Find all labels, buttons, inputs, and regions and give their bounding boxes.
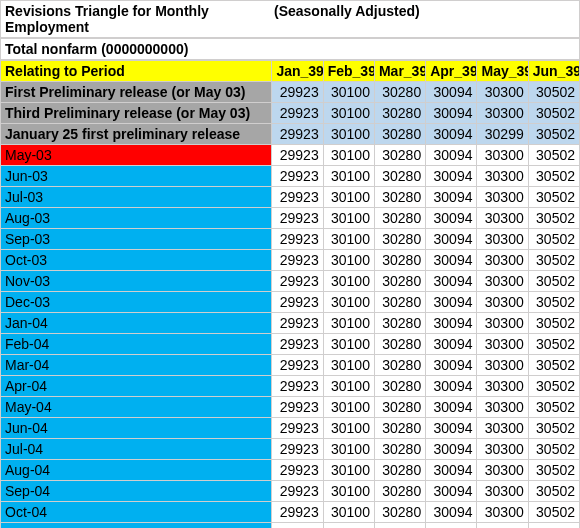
cell-val: 30094 xyxy=(426,208,477,229)
table-row: Jun-04299233010030280300943030030502 xyxy=(1,418,580,439)
cell-val: 30094 xyxy=(426,229,477,250)
cell-val: 30280 xyxy=(374,376,425,397)
period-label: Mar-04 xyxy=(1,355,272,376)
period-label: May-03 xyxy=(1,145,272,166)
period-label: May-04 xyxy=(1,397,272,418)
prelim-val: 30300 xyxy=(477,103,528,124)
prelim-val: 30094 xyxy=(426,124,477,145)
cell-val: 29923 xyxy=(272,418,323,439)
cell-val: 30100 xyxy=(323,334,374,355)
cell-val: 30300 xyxy=(477,229,528,250)
prelim-val: 30280 xyxy=(374,82,425,103)
table-row: Jul-03299233010030280300943030030502 xyxy=(1,187,580,208)
cell-val: 30280 xyxy=(374,292,425,313)
table-row: Oct-03299233010030280300943030030502 xyxy=(1,250,580,271)
header-col-0: Jan_39 xyxy=(272,61,323,82)
header-col-5: Jun_39 xyxy=(528,61,579,82)
cell-val: 30280 xyxy=(374,481,425,502)
cell-val: 29923 xyxy=(272,523,323,529)
cell-val: 30280 xyxy=(374,187,425,208)
cell-val: 30094 xyxy=(426,250,477,271)
prelim-val: 30502 xyxy=(528,82,579,103)
prelim-label: Third Preliminary release (or May 03) xyxy=(1,103,272,124)
cell-val: 30502 xyxy=(528,376,579,397)
header-col-3: Apr_39 xyxy=(426,61,477,82)
table-row: May-03299233010030280300943030030502 xyxy=(1,145,580,166)
cell-val: 30094 xyxy=(426,313,477,334)
cell-val: 30094 xyxy=(426,397,477,418)
cell-val: 29923 xyxy=(272,166,323,187)
period-label: Feb-04 xyxy=(1,334,272,355)
cell-val: 30502 xyxy=(528,250,579,271)
cell-val: 30100 xyxy=(323,292,374,313)
prelim-row: Third Preliminary release (or May 03)299… xyxy=(1,103,580,124)
cell-val: 30094 xyxy=(426,502,477,523)
cell-val: 30280 xyxy=(374,523,425,529)
revisions-table: Relating to PeriodJan_39Feb_39Mar_39Apr_… xyxy=(0,60,580,528)
cell-val: 30300 xyxy=(477,439,528,460)
cell-val: 30502 xyxy=(528,187,579,208)
cell-val: 30300 xyxy=(477,313,528,334)
cell-val: 30100 xyxy=(323,145,374,166)
cell-val: 29923 xyxy=(272,208,323,229)
cell-val: 30094 xyxy=(426,334,477,355)
table-row: Feb-04299233010030280300943030030502 xyxy=(1,334,580,355)
table-row: Aug-03299233010030280300943030030502 xyxy=(1,208,580,229)
cell-val: 30094 xyxy=(426,418,477,439)
prelim-val: 29923 xyxy=(272,103,323,124)
cell-val: 30280 xyxy=(374,208,425,229)
cell-val: 30502 xyxy=(528,481,579,502)
cell-val: 30100 xyxy=(323,250,374,271)
cell-val: 30094 xyxy=(426,292,477,313)
cell-val: 30300 xyxy=(477,292,528,313)
prelim-val: 30502 xyxy=(528,124,579,145)
cell-val: 30100 xyxy=(323,166,374,187)
table-row: May-04299233010030280300943030030502 xyxy=(1,397,580,418)
prelim-val: 30300 xyxy=(477,82,528,103)
prelim-val: 30094 xyxy=(426,103,477,124)
cell-val: 29923 xyxy=(272,334,323,355)
prelim-row: January 25 first preliminary release2992… xyxy=(1,124,580,145)
cell-val: 30502 xyxy=(528,502,579,523)
cell-val: 30094 xyxy=(426,355,477,376)
cell-val: 30300 xyxy=(477,208,528,229)
cell-val: 30100 xyxy=(323,229,374,250)
cell-val: 30280 xyxy=(374,166,425,187)
prelim-val: 30100 xyxy=(323,103,374,124)
cell-val: 30094 xyxy=(426,460,477,481)
cell-val: 30300 xyxy=(477,502,528,523)
table-row: Nov-03299233010030280300943030030502 xyxy=(1,271,580,292)
cell-val: 30502 xyxy=(528,292,579,313)
cell-val: 29923 xyxy=(272,376,323,397)
prelim-val: 29923 xyxy=(272,124,323,145)
table-row: Jan-04299233010030280300943030030502 xyxy=(1,313,580,334)
header-col-2: Mar_39 xyxy=(374,61,425,82)
cell-val: 30280 xyxy=(374,271,425,292)
table-row: Sep-03299233010030280300943030030502 xyxy=(1,229,580,250)
cell-val: 30094 xyxy=(426,376,477,397)
period-label: Aug-03 xyxy=(1,208,272,229)
cell-val: 30300 xyxy=(477,187,528,208)
period-label: Sep-04 xyxy=(1,481,272,502)
cell-val: 30300 xyxy=(477,355,528,376)
table-row: Mar-04299233010030280300943030030502 xyxy=(1,355,580,376)
cell-val: 30100 xyxy=(323,313,374,334)
cell-val: 30094 xyxy=(426,145,477,166)
table-row: Jun-03299233010030280300943030030502 xyxy=(1,166,580,187)
cell-val: 30300 xyxy=(477,166,528,187)
cell-val: 30100 xyxy=(323,460,374,481)
cell-val: 30502 xyxy=(528,145,579,166)
cell-val: 30094 xyxy=(426,439,477,460)
cell-val: 30280 xyxy=(374,229,425,250)
table-row: Jul-04299233010030280300943030030502 xyxy=(1,439,580,460)
cell-val: 30280 xyxy=(374,502,425,523)
cell-val: 30300 xyxy=(477,397,528,418)
table-row: Sep-04299233010030280300943030030502 xyxy=(1,481,580,502)
cell-val: 30502 xyxy=(528,166,579,187)
title-left: Revisions Triangle for Monthly Employmen… xyxy=(0,0,270,38)
cell-val: 30502 xyxy=(528,397,579,418)
cell-val: 30094 xyxy=(426,271,477,292)
cell-val: 29923 xyxy=(272,229,323,250)
prelim-val: 30100 xyxy=(323,124,374,145)
cell-val: 30280 xyxy=(374,439,425,460)
